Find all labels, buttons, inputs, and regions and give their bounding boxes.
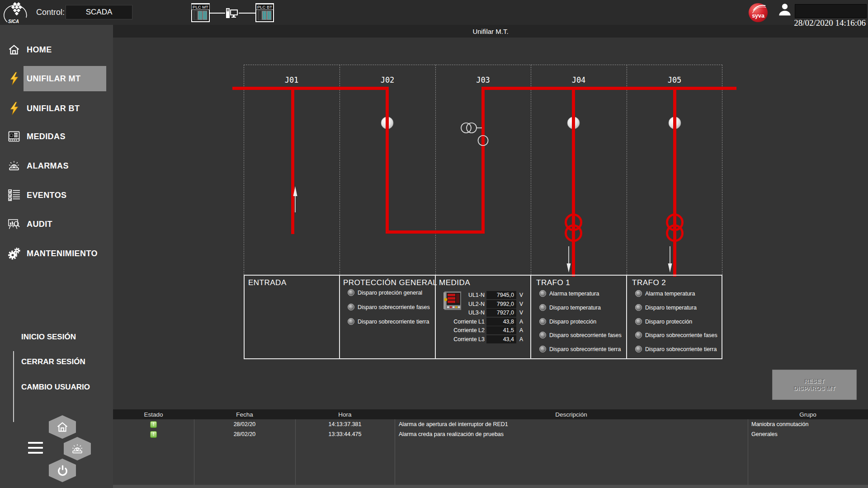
alarm-time-cell: 13:33:44.475 (295, 429, 395, 439)
reset-button-label-line1: RESET (804, 378, 825, 385)
alarm-group-cell: Maniobra conmutación (748, 419, 868, 429)
feeder-arrow-trafo1 (567, 246, 571, 272)
breaker-j05[interactable] (669, 117, 681, 129)
measurement-unit: A (519, 327, 523, 333)
panel-divider (339, 275, 340, 359)
led-label: Disparo sobrecorriente tierra (645, 346, 717, 352)
led-label: Disparo protección (645, 319, 692, 325)
sidebar-item-label: AUDIT (27, 220, 52, 229)
led-indicator-row: Disparo sobrecorriente tierra (539, 346, 621, 352)
breaker-j04[interactable] (567, 117, 580, 129)
panel-title-proteccion-general: PROTECCIÓN GENERAL (343, 278, 437, 287)
column-header-descripcion: Descripción (395, 409, 748, 419)
transformer-icon-trafo1 (566, 215, 581, 241)
scada-screen: SICA Control: SCADA PLC MT (0, 0, 868, 488)
led-indicator-row: Disparo sobrecorriente fases (635, 332, 717, 338)
led-icon (539, 346, 546, 352)
panel-divider (530, 275, 531, 359)
led-indicator-row: Disparo proteción general (348, 289, 422, 296)
led-label: Disparo protección (549, 319, 596, 325)
led-icon (635, 318, 642, 325)
table-scrollbar-track[interactable] (113, 485, 868, 488)
led-icon (635, 304, 642, 311)
measurement-row: Corriente L1 43,8 A (450, 318, 523, 326)
led-icon (635, 332, 642, 338)
led-indicator-row: Disparo sobrecorriente tierra (635, 346, 717, 352)
alarm-description-cell: Alarma de apertura del interruptor de RE… (395, 419, 748, 429)
led-indicator-row: Disparo temperatura (539, 304, 601, 311)
measurement-value: 43,4 (486, 335, 516, 343)
panel-title-entrada: ENTRADA (248, 278, 287, 287)
measurement-unit: V (519, 310, 523, 316)
panel-title-trafo2: TRAFO 2 (632, 278, 666, 287)
led-icon (539, 290, 546, 297)
measurement-value: 7927,0 (486, 309, 516, 317)
led-indicator-row: Disparo sobrecorriente fases (348, 304, 430, 310)
led-label: Disparo sobrecorriente fases (549, 332, 622, 338)
led-label: Disparo proteción general (358, 290, 422, 296)
sidebar-item-label: HOME (27, 45, 52, 55)
sidebar-item-label: UNIFILAR BT (27, 104, 80, 113)
alarm-status-cell: ! (113, 419, 194, 429)
feeder-arrow-trafo2 (668, 246, 672, 272)
led-label: Disparo sobrecorriente fases (645, 332, 717, 338)
column-header-estado: Estado (113, 409, 194, 419)
measurement-value: 7992,0 (486, 300, 516, 308)
reset-disparos-mt-button[interactable]: RESET DISPAROS MT (772, 370, 857, 400)
measurement-value: 41,5 (486, 326, 516, 334)
measurement-unit: V (519, 301, 523, 307)
led-indicator-row: Alarma temperatura (635, 290, 695, 297)
alarm-status-cell: ! (113, 429, 194, 439)
measurement-label: Corriente L3 (450, 336, 485, 343)
led-label: Disparo temperatura (645, 305, 697, 311)
measurement-value: 43,8 (486, 318, 516, 326)
measurement-label: UL2-N (450, 301, 485, 307)
led-label: Disparo sobrecorriente fases (358, 304, 430, 310)
alarm-time-cell: 14:13:37.381 (295, 419, 395, 429)
measurement-label: Corriente L2 (450, 327, 485, 333)
led-icon (635, 346, 642, 352)
led-icon (539, 332, 546, 338)
led-icon (635, 290, 642, 297)
panel-divider (435, 275, 436, 359)
alarm-row[interactable]: ! 28/02/20 13:33:44.475 Alarma creda par… (113, 429, 868, 439)
led-icon (539, 304, 546, 311)
led-indicator-row: Disparo protección (635, 318, 692, 325)
measurement-label: UL1-N (450, 292, 485, 298)
alarm-row[interactable]: ! 28/02/20 14:13:37.381 Alarma de apertu… (113, 419, 868, 429)
panel-title-medida: MEDIDA (439, 278, 470, 287)
led-label: Disparo sobrecorriente tierra (358, 319, 429, 325)
alarm-description-cell: Alarma creda para realización de pruebas (395, 429, 748, 439)
led-indicator-row: Alarma temperatura (539, 290, 599, 297)
reset-button-label-line2: DISPAROS MT (793, 385, 835, 392)
measurement-row: UL3-N 7927,0 V (450, 309, 523, 317)
column-header-hora: Hora (295, 409, 395, 419)
column-header-fecha: Fecha (194, 409, 295, 419)
switch-arrow-j01 (293, 186, 297, 212)
alarm-date-cell: 28/02/20 (194, 419, 295, 429)
alarm-table-body: ! 28/02/20 14:13:37.381 Alarma de apertu… (113, 419, 868, 485)
alarm-table-header: Estado Fecha Hora Descripción Grupo (113, 409, 868, 419)
led-indicator-row: Disparo sobrecorriente fases (539, 332, 622, 338)
measurement-row: Corriente L2 41,5 A (450, 326, 523, 334)
measurement-row: UL1-N 7945,0 V (450, 291, 523, 299)
led-label: Disparo sobrecorriente tierra (549, 346, 621, 352)
datetime-display: 28/02/2020 14:16:06 (741, 18, 866, 28)
led-label: Disparo temperatura (549, 305, 601, 311)
measurement-unit: A (519, 336, 523, 343)
measurement-label: UL3-N (450, 310, 485, 316)
led-indicator-row: Disparo sobrecorriente tierra (348, 318, 429, 325)
led-icon (539, 318, 546, 325)
breaker-j02[interactable] (381, 117, 393, 129)
sidebar-item-label: MANTENIMIENTO (27, 249, 98, 258)
led-icon (348, 318, 354, 325)
measurement-row: Corriente L3 43,4 A (450, 335, 523, 343)
alarm-date-cell: 28/02/20 (194, 429, 295, 439)
column-header-grupo: Grupo (748, 409, 868, 419)
sidebar-item-label: MEDIDAS (27, 132, 66, 141)
measurement-transformer-j03 (461, 123, 488, 145)
measurement-row: UL2-N 7992,0 V (450, 300, 523, 308)
panel-divider (626, 275, 627, 359)
sidebar-item-label: UNIFILAR MT (27, 74, 80, 84)
measurement-value: 7945,0 (486, 291, 516, 299)
